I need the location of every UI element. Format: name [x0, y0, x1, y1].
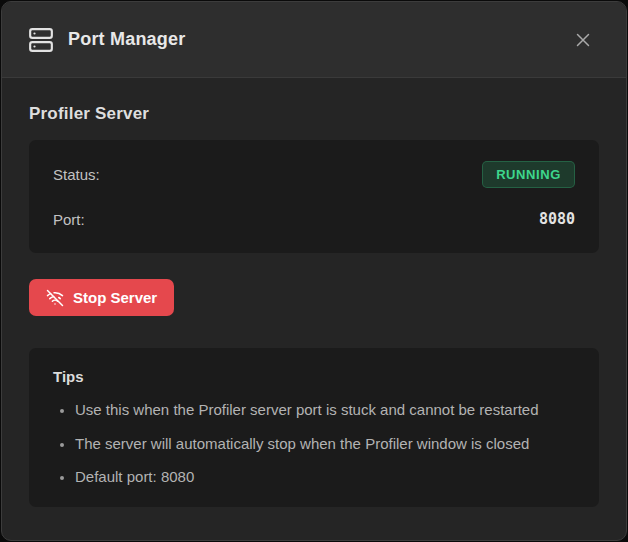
port-value: 8080	[539, 210, 575, 228]
status-badge: RUNNING	[482, 161, 575, 188]
dialog-header: Port Manager	[2, 2, 626, 78]
stop-server-button[interactable]: Stop Server	[29, 279, 174, 316]
tip-item: Default port: 8080	[75, 467, 575, 487]
tips-list: Use this when the Profiler server port i…	[53, 400, 575, 487]
stop-server-button-label: Stop Server	[73, 289, 157, 306]
status-row: Status: RUNNING	[53, 160, 575, 188]
tips-panel: Tips Use this when the Profiler server p…	[29, 348, 599, 507]
server-icon	[28, 27, 54, 53]
section-heading-profiler-server: Profiler Server	[29, 104, 599, 124]
dialog-body: Profiler Server Status: RUNNING Port: 80…	[2, 78, 626, 507]
close-icon	[572, 29, 594, 51]
tip-item: The server will automatically stop when …	[75, 434, 575, 454]
wifi-off-icon	[46, 289, 64, 307]
tip-item: Use this when the Profiler server port i…	[75, 400, 575, 420]
port-manager-dialog: Port Manager Profiler Server Status: RUN…	[1, 1, 627, 541]
tips-heading: Tips	[53, 368, 575, 385]
dialog-title: Port Manager	[68, 29, 566, 50]
status-label: Status:	[53, 166, 100, 183]
status-panel: Status: RUNNING Port: 8080	[29, 140, 599, 253]
port-row: Port: 8080	[53, 205, 575, 233]
close-button[interactable]	[566, 23, 600, 57]
port-label: Port:	[53, 211, 85, 228]
